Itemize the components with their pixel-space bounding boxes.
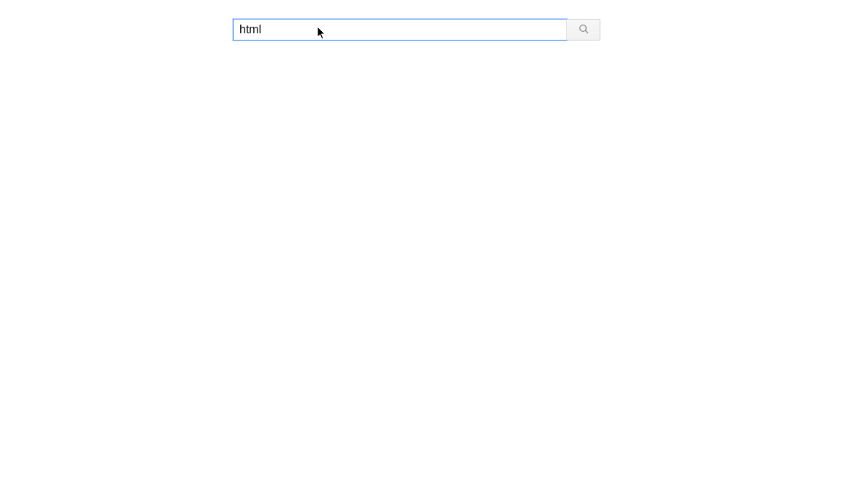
svg-line-1 (585, 30, 588, 33)
search-icon (578, 23, 590, 37)
search-button[interactable] (567, 19, 600, 41)
svg-point-0 (579, 25, 586, 31)
search-input[interactable] (233, 19, 567, 41)
search-bar (233, 19, 600, 41)
